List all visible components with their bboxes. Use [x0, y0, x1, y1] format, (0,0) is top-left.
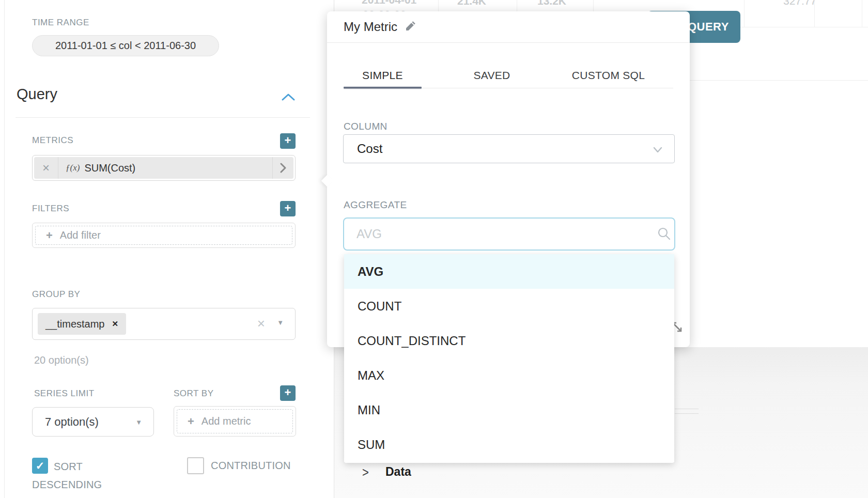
- metric-value: SUM(Cost): [84, 162, 272, 174]
- table-cell-value: 327.77: [783, 0, 816, 7]
- series-limit-label: SERIES LIMIT: [34, 388, 95, 399]
- add-filter-text: Add filter: [60, 229, 101, 241]
- explore-chart-view: 2011-04-01 00:00:00 21.4K 13.2K 327.77 R…: [0, 0, 868, 498]
- divider: [327, 42, 690, 43]
- column-select[interactable]: Cost: [343, 134, 675, 163]
- option-max[interactable]: MAX: [344, 358, 674, 393]
- chevron-down-icon[interactable]: [277, 319, 284, 326]
- column-label: COLUMN: [344, 121, 388, 132]
- data-panel-title: Data: [385, 465, 411, 479]
- group-by-tag-label: __timestamp: [45, 318, 105, 330]
- table-grid-line: [744, 0, 745, 27]
- divider: [58, 157, 58, 179]
- option-count-distinct[interactable]: COUNT_DISTINCT: [344, 323, 674, 358]
- series-limit-value: 7 option(s): [45, 415, 99, 428]
- search-icon: [657, 226, 671, 243]
- contribution-field: CONTRIBUTION: [187, 457, 291, 475]
- filters-label: FILTERS: [32, 204, 69, 214]
- group-by-select[interactable]: __timestamp: [32, 308, 296, 340]
- chevron-down-icon: [652, 144, 664, 156]
- remove-tag-icon[interactable]: [112, 319, 119, 329]
- divider: [675, 409, 699, 409]
- group-by-label: GROUP BY: [32, 289, 80, 300]
- panel-border: [4, 0, 5, 498]
- table-cell-value: 21.4K: [457, 0, 486, 7]
- remove-metric-icon[interactable]: [34, 161, 58, 175]
- metric-pill[interactable]: ƒ(x) SUM(Cost): [34, 157, 293, 179]
- contribution-label: CONTRIBUTION: [211, 457, 291, 475]
- add-filter-dropzone[interactable]: Add filter: [32, 223, 296, 248]
- add-filter-button[interactable]: [280, 201, 296, 216]
- option-sum[interactable]: SUM: [344, 427, 674, 462]
- popover-arrow: [321, 175, 333, 187]
- table-cell-value: 13.2K: [537, 0, 566, 7]
- table-grid-line: [862, 0, 862, 27]
- group-by-options-hint: 20 option(s): [34, 354, 89, 366]
- fx-icon: ƒ(x): [66, 163, 80, 173]
- time-range-filter[interactable]: 2011-01-01 ≤ col < 2011-06-30: [32, 35, 219, 56]
- tab-simple[interactable]: SIMPLE: [344, 69, 422, 82]
- data-panel-expand-icon[interactable]: [362, 465, 369, 480]
- chevron-down-icon: [135, 408, 142, 437]
- sort-descending-field: SORT DESCENDING: [32, 458, 124, 494]
- tab-custom-sql[interactable]: CUSTOM SQL: [566, 69, 651, 82]
- aggregate-input[interactable]: [343, 217, 675, 251]
- divider: [16, 117, 310, 118]
- table-grid-line: [814, 0, 815, 27]
- series-limit-select[interactable]: 7 option(s): [32, 407, 154, 437]
- metric-field[interactable]: ƒ(x) SUM(Cost): [32, 155, 296, 181]
- table-grid-line: [690, 80, 868, 81]
- divider: [675, 413, 699, 414]
- sort-by-dropzone[interactable]: Add metric: [174, 406, 296, 437]
- plus-icon: [46, 229, 53, 242]
- divider: [344, 88, 673, 88]
- plus-icon: [188, 415, 194, 428]
- metric-name: My Metric: [344, 20, 397, 34]
- time-range-label: TIME RANGE: [32, 18, 89, 28]
- check-icon: [36, 462, 45, 471]
- query-section-title: Query: [17, 86, 57, 103]
- aggregate-label: AGGREGATE: [344, 199, 407, 211]
- tab-saved[interactable]: SAVED: [453, 69, 531, 82]
- contribution-checkbox[interactable]: [187, 457, 204, 474]
- option-min[interactable]: MIN: [344, 393, 674, 427]
- aggregate-options-dropdown: AVG COUNT COUNT_DISTINCT MAX MIN SUM: [344, 254, 674, 463]
- column-value: Cost: [357, 142, 382, 155]
- sort-by-label: SORT BY: [174, 388, 214, 399]
- clear-select-icon[interactable]: [257, 316, 265, 332]
- add-metric-text: Add metric: [202, 415, 251, 427]
- edit-pencil-icon[interactable]: [405, 20, 417, 34]
- metric-open-icon[interactable]: [273, 163, 293, 173]
- sort-descending-checkbox[interactable]: [32, 458, 48, 474]
- add-metric-button[interactable]: [280, 133, 296, 149]
- add-sort-metric-button[interactable]: [280, 385, 296, 401]
- metrics-label: METRICS: [32, 135, 73, 146]
- chevron-up-icon[interactable]: [281, 91, 296, 104]
- table-cell-date: 2011-04-01: [362, 0, 416, 6]
- option-count[interactable]: COUNT: [344, 289, 674, 323]
- group-by-tag[interactable]: __timestamp: [38, 313, 126, 335]
- option-avg[interactable]: AVG: [344, 254, 674, 289]
